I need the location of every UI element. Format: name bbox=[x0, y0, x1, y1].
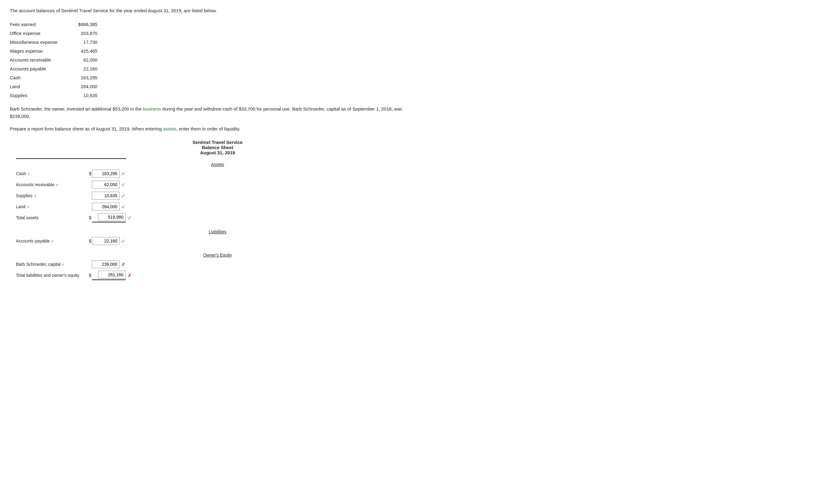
instruction-text1: Prepare a report form balance sheet as o… bbox=[10, 126, 163, 132]
account-amount: $886,385 bbox=[70, 20, 98, 29]
asset-row: Land ✓ ✓ bbox=[16, 202, 419, 212]
account-table: Fees earned$886,385Office expense203,870… bbox=[10, 20, 98, 100]
asset-check: ✓ bbox=[121, 204, 125, 210]
bs-header: Sentinel Travel Service Balance Sheet Au… bbox=[16, 140, 419, 155]
account-name: Fees earned bbox=[10, 20, 70, 29]
total-assets-row: Total assets $ ✓ bbox=[16, 213, 419, 223]
narrative-text1: Barb Schroeder, the owner, invested an a… bbox=[10, 106, 143, 111]
account-name: Land bbox=[10, 82, 70, 91]
liabilities-section-label: Liabilities bbox=[16, 229, 419, 234]
instruction-text2: , enter them in order of liquidity. bbox=[176, 126, 240, 132]
asset-row: Accounts receivable ✓ ✓ bbox=[16, 180, 419, 190]
liability-check: ✓ bbox=[121, 238, 125, 244]
asset-input[interactable] bbox=[92, 170, 120, 178]
owners-equity-section-label: Owner's Equity bbox=[16, 253, 419, 258]
assets-link: assets bbox=[163, 126, 176, 132]
liability-dollar: $ bbox=[87, 239, 91, 243]
liability-label: Accounts payable ✓ bbox=[16, 239, 87, 243]
asset-dollar: $ bbox=[87, 171, 91, 176]
account-amount: 284,000 bbox=[70, 82, 98, 91]
bs-top-divider bbox=[16, 158, 126, 159]
total-liabilities-equity-dollar: $ bbox=[87, 273, 91, 278]
total-liabilities-equity-input[interactable] bbox=[98, 271, 126, 279]
total-assets-dollar: $ bbox=[87, 215, 91, 220]
asset-check: ✓ bbox=[121, 193, 125, 199]
asset-input[interactable] bbox=[92, 203, 120, 211]
account-amount: 425,465 bbox=[70, 46, 98, 55]
total-assets-input[interactable] bbox=[98, 213, 126, 221]
account-row: Accounts receivable62,050 bbox=[10, 55, 98, 64]
asset-label: Supplies ✓ bbox=[16, 193, 87, 198]
account-amount: 10,635 bbox=[70, 91, 98, 100]
account-amount: 163,295 bbox=[70, 73, 98, 82]
equity-check: ✗ bbox=[121, 261, 125, 267]
account-amount: 62,050 bbox=[70, 55, 98, 64]
account-name: Accounts payable bbox=[10, 64, 70, 73]
account-name: Accounts receivable bbox=[10, 55, 70, 64]
equity-row: Barb Schroeder, capital ✓ ✗ bbox=[16, 259, 419, 269]
account-row: Cash163,295 bbox=[10, 73, 98, 82]
account-name: Supplies bbox=[10, 91, 70, 100]
account-amount: 203,870 bbox=[70, 29, 98, 38]
asset-label: Accounts receivable ✓ bbox=[16, 182, 87, 187]
asset-label: Cash ✓ bbox=[16, 171, 87, 176]
account-row: Office expense203,870 bbox=[10, 29, 98, 38]
total-liabilities-equity-check: ✗ bbox=[128, 272, 132, 278]
account-row: Land284,000 bbox=[10, 82, 98, 91]
business-link: business bbox=[143, 106, 161, 111]
liability-row: Accounts payable ✓ $ ✓ bbox=[16, 236, 419, 246]
total-assets-label: Total assets bbox=[16, 215, 87, 220]
assets-section-label: Assets bbox=[16, 162, 419, 167]
asset-row: Cash ✓ $ ✓ bbox=[16, 169, 419, 179]
total-liabilities-equity-label: Total liabilities and owner's equity bbox=[16, 273, 87, 278]
equity-label: Barb Schroeder, capital ✓ bbox=[16, 262, 87, 267]
account-row: Supplies10,635 bbox=[10, 91, 98, 100]
account-name: Cash bbox=[10, 73, 70, 82]
total-liabilities-equity-row: Total liabilities and owner's equity $ ✗ bbox=[16, 270, 419, 280]
account-amount: 22,160 bbox=[70, 64, 98, 73]
account-name: Miscellaneous expense bbox=[10, 38, 70, 46]
sheet-date: August 31, 2019 bbox=[16, 150, 419, 155]
instruction: Prepare a report form balance sheet as o… bbox=[10, 125, 419, 133]
balance-sheet: Sentinel Travel Service Balance Sheet Au… bbox=[16, 140, 419, 280]
account-amount: 17,730 bbox=[70, 38, 98, 46]
account-row: Fees earned$886,385 bbox=[10, 20, 98, 29]
account-row: Wages expense425,465 bbox=[10, 46, 98, 55]
asset-input[interactable] bbox=[92, 181, 120, 189]
account-row: Miscellaneous expense17,730 bbox=[10, 38, 98, 46]
asset-row: Supplies ✓ ✓ bbox=[16, 191, 419, 201]
equity-input[interactable] bbox=[92, 260, 120, 268]
total-assets-check: ✓ bbox=[128, 215, 132, 221]
narrative: Barb Schroeder, the owner, invested an a… bbox=[10, 105, 419, 120]
asset-label: Land ✓ bbox=[16, 204, 87, 209]
account-name: Office expense bbox=[10, 29, 70, 38]
liability-input[interactable] bbox=[92, 237, 120, 245]
sheet-title: Balance Sheet bbox=[16, 145, 419, 150]
company-name: Sentinel Travel Service bbox=[16, 140, 419, 145]
intro-text: The account balances of Sentinel Travel … bbox=[10, 7, 419, 14]
asset-check: ✓ bbox=[121, 171, 125, 177]
account-row: Accounts payable22,160 bbox=[10, 64, 98, 73]
account-name: Wages expense bbox=[10, 46, 70, 55]
asset-input[interactable] bbox=[92, 192, 120, 200]
asset-check: ✓ bbox=[121, 182, 125, 188]
